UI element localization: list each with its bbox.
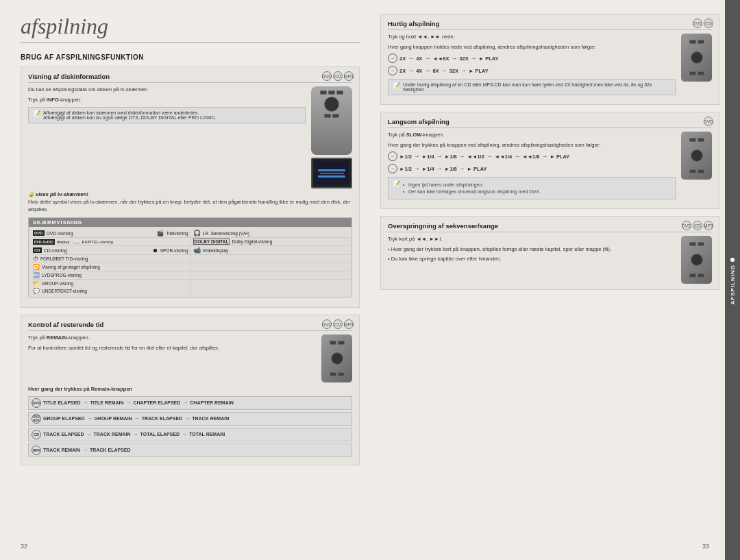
mp3-icon-5: MP3 <box>704 221 713 230</box>
seq-arrow-3: → <box>182 400 188 406</box>
subsection4-icons: DVD <box>704 117 713 126</box>
langsom-note2: Der kan ikke foretages omvendt langsom a… <box>403 189 541 194</box>
subsection2-text1: Tryk på REMAIN-knappen. <box>28 334 316 342</box>
seq-track-remain: TRACK REMAIN <box>192 416 229 421</box>
subsection5-text2-content: Hver gang der trykkes kort på knappen, a… <box>391 246 611 252</box>
slow-quarter-1: ►1/4 <box>422 154 434 160</box>
seq-track-remain-mp3: TRACK REMAIN <box>43 448 80 452</box>
seq-arrow-9: → <box>182 431 187 437</box>
seq-arrow-10: → <box>82 447 88 453</box>
remote2-bottom <box>330 372 345 376</box>
subsection4-content: Tryk på SLOW-knappen. Hver gang der tryk… <box>388 132 712 203</box>
subsection2-text2: For at kontrollere samlet tid og restere… <box>28 345 316 352</box>
remote3-btn4 <box>698 71 704 75</box>
slow-eighth-2: ►1/8 <box>445 166 457 172</box>
note-icon1: 📝 <box>33 110 40 117</box>
speed-arr-1: → <box>408 55 414 62</box>
sd-row-empty1 <box>190 255 350 263</box>
subsection2-text: Tryk på REMAIN-knappen. For at kontrolle… <box>28 334 316 354</box>
tv-line1 <box>318 169 345 171</box>
sd-badge-dvdaudio: DVD AUDIO <box>33 239 55 245</box>
speed-arr-4: → <box>471 55 477 62</box>
sd-icon-lr: 🎧 <box>193 230 201 236</box>
sd-row-dvdaudio: DVD AUDIO display 📖 KAPITEL-visning <box>31 238 190 246</box>
langsom-note1: Ingen lyd høres under afspilningen. <box>403 182 541 187</box>
seq-chapter-remain: CHAPTER REMAIN <box>190 400 233 405</box>
seq-circle-cd: CD <box>32 430 41 439</box>
slow-arr-5: → <box>514 153 520 160</box>
sd-row-empty4 <box>190 279 350 287</box>
side-tab-label: AFSPILNING <box>730 265 736 304</box>
side-tab-dot <box>730 258 735 262</box>
sd-icon-group: 📂 <box>33 280 40 287</box>
subsection5-text: Tryk kort på ◄◄, ►►I. • Hver gang der tr… <box>388 236 676 266</box>
subsection5-icons: DVD CD MP3 <box>682 221 713 230</box>
remote4-btn2 <box>698 138 704 142</box>
speed-2x-2: 2X <box>399 68 406 74</box>
slow-play-2: ► PLAY <box>467 166 487 172</box>
slow-rev-half: ◄◄1/2 <box>467 154 484 160</box>
speed-arr-6: → <box>424 67 430 74</box>
seq-title-remain: TITLE REMAIN <box>90 400 123 405</box>
mp3-icon-2: MP3 <box>344 319 354 329</box>
remote4-dpad <box>691 149 703 162</box>
remote-dpad <box>324 97 339 112</box>
remote2-btn2 <box>338 341 345 345</box>
slow-arr-3: → <box>459 153 465 160</box>
slow-seq-1: → ►1/2 → ►1/4 → ►1/8 → ◄◄1/2 → ◄◄1/4 → ◄… <box>388 151 676 161</box>
remote-image-2 <box>321 334 352 382</box>
slow-eighth-1: ►1/8 <box>445 154 457 160</box>
sd-row-group: 📂 GROUP-visning <box>31 279 190 287</box>
slow-rev-eighth: ◄◄1/8 <box>522 154 539 160</box>
sd-text-lydsprog: LYDSPROG-visning <box>42 273 82 278</box>
sd-text-dvdaudio: display <box>57 240 70 244</box>
subsection3-icons: DVD CD <box>693 19 713 28</box>
seq-arrow-2: → <box>125 400 131 406</box>
remote3-btn3 <box>689 71 696 75</box>
subsection3-title: Hurtig afspilning <box>388 20 712 30</box>
subsection5-text3: • Du kan ikke springe kapitler over efte… <box>388 256 676 263</box>
sd-row-undertekst: 💬 UNDERTEKST-visning <box>31 287 190 295</box>
section-heading: BRUG AF AFSPILNINGSFUNKTION <box>21 53 360 61</box>
sd-desc-dolby: Dolby Digital-visning <box>232 239 272 244</box>
sd-text-titel: Titelvisning <box>166 231 188 236</box>
remote3-btn2 <box>698 40 704 44</box>
note-text-hurtig: Under hurtig afspilning af en CD eller M… <box>403 82 671 92</box>
remote5-top <box>689 242 704 246</box>
seq-track-elapsed-cd: TRACK ELAPSED <box>43 432 84 437</box>
seq-title-elapsed: TITLE ELAPSED <box>43 400 80 405</box>
note1-p2: Afhængigt af disken kan du også vælge DT… <box>43 115 217 120</box>
seq-row-3: CD TRACK ELAPSED → TRACK REMAIN → TOTAL … <box>28 428 352 441</box>
speed-32x-1: 32X <box>459 56 468 62</box>
seq-total-remain: TOTAL REMAIN <box>189 432 225 437</box>
seq-track-remain-cd: TRACK REMAIN <box>94 432 131 437</box>
speed-arr-7: → <box>441 67 447 74</box>
slow-play-1: ► PLAY <box>550 154 569 160</box>
sd-row-empty5 <box>190 287 350 295</box>
subsection-hurtig: DVD CD Hurtig afspilning Tryk og hold ◄◄… <box>380 14 719 105</box>
slow-half-1: ►1/2 <box>399 154 412 160</box>
screen-display-grid: DVD DVD-visning 🎬 Titelvisning 🎧 LR Ster… <box>29 227 352 297</box>
note-icon-langsom: 📝 <box>393 180 400 187</box>
slow-circle-2: → <box>388 164 397 173</box>
seq-group-remain: GROUP REMAIN <box>95 416 132 421</box>
seq-arrow-6: → <box>184 415 190 422</box>
subsection1-text: Du kan se afspilningsdata om disken på t… <box>28 86 306 127</box>
subsection1-images <box>311 86 352 188</box>
subsection5-text1: Tryk kort på ◄◄, ►►I. <box>388 236 676 243</box>
sd-icon-forloebet: ⏱ <box>33 256 38 262</box>
slow-arr-7: → <box>414 165 420 172</box>
remote3-dpad <box>691 51 703 64</box>
right-column: DVD CD Hurtig afspilning Tryk og hold ◄◄… <box>380 14 719 546</box>
slow-half-2: ►1/2 <box>399 166 412 172</box>
remote5-btn4 <box>698 273 704 278</box>
seq-circle-mp3: MP3 <box>32 446 41 455</box>
speed-4x-1: 4X <box>416 56 422 62</box>
sd-text-lr: LR <box>203 231 209 236</box>
note-box1: 📝 Afhængigt af disken kan skærmen med di… <box>28 107 306 123</box>
sd-text-kapitel: KAPITEL-visning <box>82 240 113 244</box>
sd-icon-lydsprog: 🔤 <box>33 272 40 278</box>
remote-image-5 <box>681 236 712 284</box>
tv-line2 <box>320 173 344 174</box>
subsection3-text1: Tryk og hold ◄◄, ►► nede. <box>388 34 676 41</box>
